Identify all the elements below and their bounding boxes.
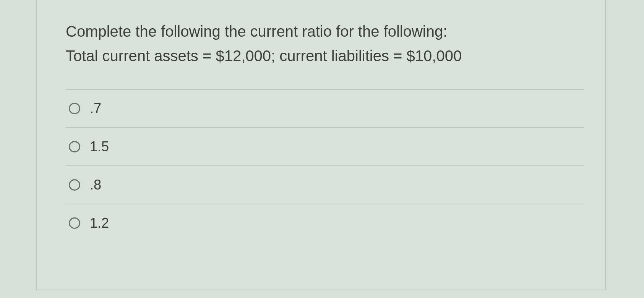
options-list: .7 1.5 .8 1.2 — [66, 89, 584, 242]
question-prompt: Complete the following the current ratio… — [66, 19, 584, 68]
option-label: 1.5 — [90, 139, 109, 155]
radio-icon — [69, 103, 80, 114]
option-label: .8 — [90, 177, 101, 193]
option-label: 1.2 — [90, 215, 109, 231]
question-line-2: Total current assets = $12,000; current … — [66, 47, 462, 64]
radio-icon — [69, 141, 80, 152]
option-row-0[interactable]: .7 — [66, 89, 584, 127]
option-row-2[interactable]: .8 — [66, 165, 584, 204]
question-line-1: Complete the following the current ratio… — [66, 23, 447, 40]
question-card: Complete the following the current ratio… — [36, 0, 606, 290]
option-row-3[interactable]: 1.2 — [66, 204, 584, 242]
radio-icon — [69, 217, 80, 229]
option-label: .7 — [90, 100, 101, 117]
option-row-1[interactable]: 1.5 — [66, 127, 584, 165]
radio-icon — [69, 179, 80, 191]
